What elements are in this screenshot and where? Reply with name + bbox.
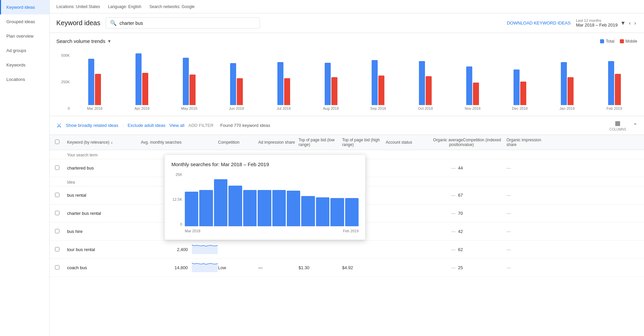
search-input[interactable] xyxy=(119,20,256,26)
add-filter-button[interactable]: ADD FILTER xyxy=(189,123,214,128)
td-sparkline xyxy=(191,244,218,255)
bar-mobile xyxy=(378,76,384,105)
sidebar-item-keywords[interactable]: Keywords xyxy=(0,58,49,72)
th-ad-imp-share[interactable]: Ad impression share xyxy=(258,140,299,145)
date-dropdown-button[interactable]: ▼ xyxy=(619,19,627,27)
bar-total xyxy=(230,63,236,105)
td-avg-monthly: 14,800 xyxy=(141,265,191,270)
bar-mobile xyxy=(426,76,432,105)
bar-mobile xyxy=(615,74,621,105)
row-checkbox[interactable] xyxy=(55,211,59,215)
date-next-button[interactable]: › xyxy=(633,19,637,27)
row-checkbox-col[interactable] xyxy=(55,211,67,216)
sidebar-item-keyword-ideas[interactable]: Keyword ideas xyxy=(0,0,49,14)
date-range-section: Last 12 months Mar 2018 – Feb 2019 ▼ ‹ › xyxy=(576,18,637,28)
row-checkbox-col[interactable] xyxy=(55,165,67,171)
sidebar-item-locations[interactable]: Locations xyxy=(0,72,49,87)
x-label: Aug 2018 xyxy=(308,106,354,110)
td-keyword: bus rental xyxy=(67,193,141,198)
chart-legend: Total Mobile xyxy=(600,39,637,44)
x-label: Apr 2018 xyxy=(119,106,165,110)
th-account-status[interactable]: Account status xyxy=(386,140,423,145)
collapse-icon[interactable]: ⌃ xyxy=(633,122,637,129)
td-organic-avg: — 44 xyxy=(423,165,463,171)
found-results-label: Found 770 keyword ideas xyxy=(220,123,270,128)
th-organic-avg[interactable]: Organic average position xyxy=(423,138,463,147)
sidebar: Keyword ideas Grouped ideas Plan overvie… xyxy=(0,0,50,336)
monthly-search-popup: Monthly searches for: Mar 2018 – Feb 201… xyxy=(164,154,366,240)
th-top-bid-high[interactable]: Top of page bid (high range) xyxy=(342,138,386,147)
date-prev-button[interactable]: ‹ xyxy=(628,19,632,27)
row-checkbox[interactable] xyxy=(55,165,59,170)
th-keyword[interactable]: Keyword (by relevance) ↓ xyxy=(67,140,141,145)
row-checkbox[interactable] xyxy=(55,229,59,233)
download-keyword-ideas-link[interactable]: DOWNLOAD KEYWORD IDEAS xyxy=(507,20,571,26)
bar-mobile xyxy=(473,83,479,105)
th-comp-indexed[interactable]: Competition (indexed value) xyxy=(463,138,506,147)
bar-mobile xyxy=(237,78,243,105)
popup-y-axis: 25K 12.5K 0 xyxy=(171,173,185,226)
popup-bar xyxy=(287,191,300,226)
date-range-value: Mar 2018 – Feb 2019 xyxy=(576,22,618,28)
y-label-0: 0 xyxy=(56,106,70,110)
view-all-link[interactable]: View all xyxy=(169,123,184,128)
svg-marker-5 xyxy=(192,263,218,273)
row-checkbox-col[interactable] xyxy=(55,265,67,271)
chart-toggle-icon[interactable]: ▼ xyxy=(107,39,111,44)
bar-total xyxy=(514,69,520,105)
columns-button[interactable]: ▦ COLUMNS xyxy=(609,119,626,131)
legend-mobile-label: Mobile xyxy=(626,39,637,44)
bar-total xyxy=(183,58,189,105)
select-all-checkbox-col[interactable] xyxy=(55,140,67,145)
row-checkbox-col[interactable] xyxy=(55,193,67,198)
sidebar-item-grouped-ideas[interactable]: Grouped ideas xyxy=(0,14,49,29)
row-checkbox[interactable] xyxy=(55,265,59,270)
th-top-bid-low[interactable]: Top of page bid (low range) xyxy=(299,138,342,147)
show-related-link[interactable]: Show broadly related ideas xyxy=(66,123,118,128)
th-organic-imp[interactable]: Organic impression share xyxy=(506,138,547,147)
popup-bar xyxy=(345,198,359,226)
x-label: Jun 2018 xyxy=(213,106,259,110)
x-label: Jul 2018 xyxy=(261,106,307,110)
chart-section: Search volume trends ▼ Total Mobile xyxy=(50,33,644,116)
filter-bar: ⚔ Show broadly related ideas ; Exclude a… xyxy=(50,116,644,135)
th-competition[interactable]: Competition xyxy=(218,140,258,145)
row-checkbox[interactable] xyxy=(55,193,59,197)
sidebar-item-ad-groups[interactable]: Ad groups xyxy=(0,43,49,58)
bar-group xyxy=(544,62,590,105)
popup-bar xyxy=(214,179,227,226)
search-bar[interactable]: 🔍 xyxy=(106,17,260,29)
bar-total xyxy=(88,59,94,105)
x-label: Mar 2018 xyxy=(72,106,118,110)
th-avg-monthly[interactable]: Avg. monthly searches xyxy=(141,140,191,145)
locations-label: Locations: United States xyxy=(56,4,100,9)
bar-group xyxy=(213,63,259,105)
popup-chart-area: 25K 12.5K 0 Mar 2018 Feb 2019 xyxy=(171,173,359,233)
x-label: Oct 2018 xyxy=(402,106,448,110)
exclude-adult-link[interactable]: Exclude adult ideas xyxy=(127,123,165,128)
select-all-checkbox[interactable] xyxy=(55,140,59,144)
sidebar-item-plan-overview[interactable]: Plan overview xyxy=(0,29,49,43)
bar-chart xyxy=(72,48,637,105)
sort-arrow-keyword[interactable]: ↓ xyxy=(111,140,113,145)
bar-total xyxy=(136,53,142,105)
columns-label: COLUMNS xyxy=(609,128,626,131)
bar-mobile xyxy=(95,74,101,105)
legend-total-dot xyxy=(600,39,604,43)
td-organic-avg: — 67 xyxy=(423,193,463,198)
row-checkbox-col[interactable] xyxy=(55,229,67,234)
svg-marker-4 xyxy=(192,245,218,254)
y-label-500k: 500K xyxy=(56,53,70,57)
row-checkbox-col[interactable] xyxy=(55,247,67,252)
legend-mobile-dot xyxy=(620,39,624,43)
x-label: Sep 2018 xyxy=(355,106,401,110)
y-label-250k: 250K xyxy=(56,80,70,84)
td-organic-imp: — xyxy=(506,247,547,252)
x-label: Nov 2018 xyxy=(450,106,496,110)
td-organic-imp: — xyxy=(506,265,547,270)
td-top-bid-high: $4.92 xyxy=(342,265,386,270)
popup-bar xyxy=(199,190,213,226)
td-organic-imp: — xyxy=(506,211,547,216)
row-checkbox[interactable] xyxy=(55,247,59,251)
bar-total xyxy=(561,62,567,105)
